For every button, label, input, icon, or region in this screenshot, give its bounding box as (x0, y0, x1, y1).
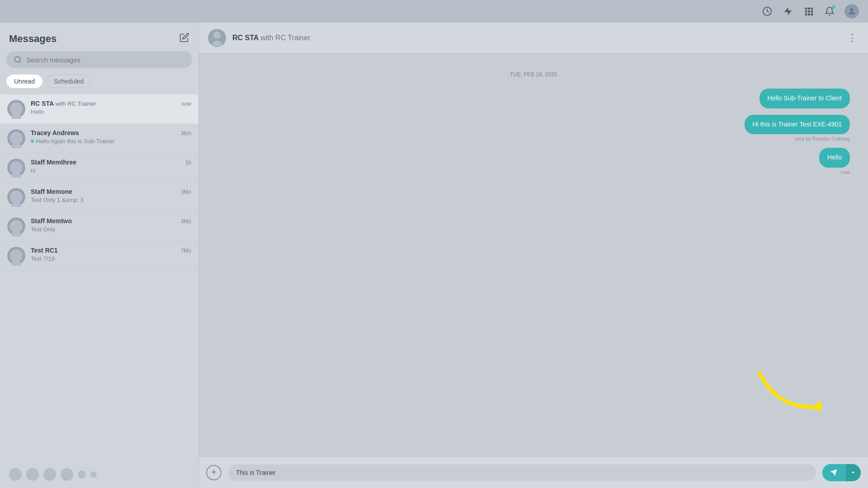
sidebar-title: Messages (9, 33, 57, 45)
tab-unread[interactable]: Unread (6, 75, 42, 88)
avatar-memthree (7, 159, 25, 177)
message-3: Hello now (217, 148, 850, 175)
conv-name-tracey: Tracey Andrews (31, 129, 79, 136)
search-bar[interactable] (6, 51, 192, 68)
chat-input-area: + (199, 456, 868, 488)
svg-rect-6 (808, 10, 810, 13)
conv-preview-rc-sta: Hello (31, 108, 191, 115)
send-dropdown-button[interactable] (845, 464, 861, 481)
grid-icon[interactable] (803, 5, 815, 17)
send-button-group (822, 464, 861, 481)
svg-point-12 (14, 56, 20, 62)
chat-area: RC STA with RC Trainer ⋮ TUE, FEB 18, 20… (199, 23, 868, 488)
message-1: Hello Sub-Trainer to Client (217, 89, 850, 108)
conv-preview-memone: Test Only 1 &amp; 3 (31, 197, 191, 203)
conversation-item-rc-sta[interactable]: RC STA with RC Trainer now Hello (0, 94, 198, 124)
svg-rect-10 (811, 14, 813, 16)
bottom-dot-2 (26, 468, 39, 481)
chat-header-avatar (208, 29, 226, 47)
conversation-item-memtwo[interactable]: Staff Memtwo 3Mo Test Only (0, 212, 198, 241)
conv-name-rc-sta: RC STA with RC Trainer (31, 100, 96, 107)
sidebar-bottom (0, 461, 198, 488)
compose-button[interactable] (179, 33, 189, 45)
avatar-tracey (7, 129, 25, 147)
user-avatar-icon[interactable] (844, 4, 859, 19)
conv-time-memone: 3Mo (181, 189, 191, 195)
svg-rect-9 (808, 14, 810, 16)
chat-header: RC STA with RC Trainer ⋮ (199, 23, 868, 53)
send-button[interactable] (822, 464, 845, 481)
add-attachment-button[interactable]: + (206, 465, 222, 480)
message-bubble-2: Hi this is Trainer Test EXE-4901 (745, 115, 850, 135)
svg-line-13 (19, 61, 20, 62)
message-bubble-3: Hello (819, 148, 850, 168)
tab-scheduled[interactable]: Scheduled (46, 75, 91, 88)
message-bubble-1: Hello Sub-Trainer to Client (760, 89, 850, 108)
clock-icon[interactable] (761, 5, 773, 17)
conv-preview-tracey: Hello Again this is Sub-Trainer (31, 138, 191, 145)
bottom-dot-3 (43, 468, 56, 481)
bell-icon[interactable] (824, 5, 835, 17)
conv-preview-testrc1: Test 7/19 (31, 255, 191, 262)
avatar-testrc1 (7, 247, 25, 265)
search-icon (14, 56, 22, 64)
filter-tabs: Unread Scheduled (0, 75, 198, 94)
conv-time-memthree: 1h (185, 160, 191, 166)
conv-name-memone: Staff Memone (31, 188, 72, 195)
message-meta-2: sent by Roselyn Calimag (795, 136, 850, 141)
conv-time-memtwo: 3Mo (181, 218, 191, 225)
date-separator: TUE, FEB 18, 2025 (217, 71, 850, 78)
conv-preview-memthree: hi (31, 167, 191, 174)
conversation-item-memthree[interactable]: Staff Memthree 1h hi (0, 153, 198, 183)
svg-rect-2 (805, 8, 807, 10)
svg-marker-14 (811, 400, 822, 412)
more-options-button[interactable]: ⋮ (845, 30, 859, 46)
bottom-dot-5 (78, 470, 86, 479)
topbar (0, 0, 868, 23)
conv-name-testrc1: Test RC1 (31, 247, 58, 254)
bottom-dot-4 (61, 468, 73, 481)
sidebar-header: Messages (0, 23, 198, 51)
conv-content-memtwo: Staff Memtwo 3Mo Test Only (31, 217, 191, 233)
svg-marker-1 (784, 7, 792, 15)
conv-name-memthree: Staff Memthree (31, 159, 76, 166)
avatar-memone (7, 188, 25, 206)
avatar-memtwo (7, 217, 25, 235)
lightning-icon[interactable] (782, 5, 794, 17)
chat-header-name: RC STA with RC Trainer (232, 34, 839, 42)
conversation-item-testrc1[interactable]: Test RC1 7Mo Test 7/19 (0, 241, 198, 271)
svg-rect-4 (811, 8, 813, 10)
conversation-list: RC STA with RC Trainer now Hello Tracey … (0, 94, 198, 461)
chat-input[interactable] (228, 465, 816, 481)
svg-rect-8 (805, 14, 807, 16)
conv-content-testrc1: Test RC1 7Mo Test 7/19 (31, 247, 191, 262)
svg-rect-3 (808, 8, 810, 10)
conv-preview-memtwo: Test Only (31, 226, 191, 233)
chat-messages: TUE, FEB 18, 2025 Hello Sub-Trainer to C… (199, 53, 868, 456)
conv-time-testrc1: 7Mo (181, 248, 191, 254)
conversation-item-memone[interactable]: Staff Memone 3Mo Test Only 1 &amp; 3 (0, 183, 198, 212)
conv-content-tracey: Tracey Andrews 36m Hello Again this is S… (31, 129, 191, 145)
search-input[interactable] (26, 56, 185, 64)
message-2: Hi this is Trainer Test EXE-4901 sent by… (217, 115, 850, 142)
conv-content-memone: Staff Memone 3Mo Test Only 1 &amp; 3 (31, 188, 191, 203)
message-meta-3: now (841, 169, 850, 175)
bottom-dot-1 (9, 468, 22, 481)
sidebar: Messages Unread Scheduled (0, 23, 199, 488)
svg-point-11 (850, 8, 854, 11)
unread-dot-tracey (31, 140, 34, 143)
conv-time-tracey: 36m (181, 130, 191, 136)
svg-rect-7 (811, 10, 813, 13)
conv-time-rc-sta: now (181, 101, 191, 107)
bottom-dot-6 (90, 471, 97, 478)
conv-content-memthree: Staff Memthree 1h hi (31, 159, 191, 174)
conv-content-rc-sta: RC STA with RC Trainer now Hello (31, 100, 191, 115)
conversation-item-tracey[interactable]: Tracey Andrews 36m Hello Again this is S… (0, 124, 198, 153)
arrow-annotation (750, 364, 832, 420)
conv-name-memtwo: Staff Memtwo (31, 217, 72, 225)
svg-rect-5 (805, 10, 807, 13)
avatar-rc-sta (7, 100, 25, 118)
